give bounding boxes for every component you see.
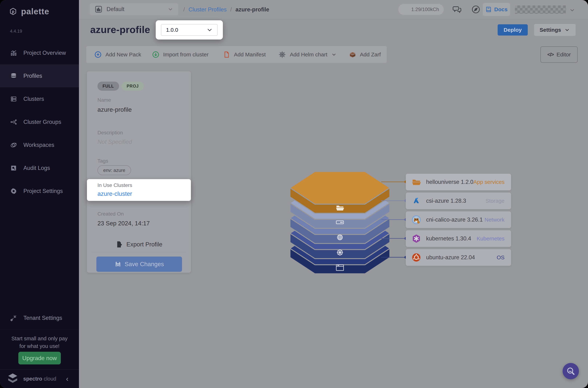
app-window: p palette 4.4.19 Project Overview Profil… [0, 0, 588, 388]
pack-category-badge: App services [473, 179, 505, 185]
upgrade-promo: Start small and only pay for what you us… [0, 329, 79, 350]
chevron-down-icon [167, 6, 173, 12]
export-file-icon [115, 241, 123, 248]
search-fab-button[interactable] [562, 363, 579, 379]
add-new-pack-label: Add New Pack [106, 51, 141, 58]
project-icon [95, 5, 103, 13]
profile-info-card: FULL PROJ Name azure-profile Description… [87, 71, 191, 273]
ubuntu-icon [411, 252, 421, 263]
breadcrumb-link-cluster-profiles[interactable]: Cluster Profiles [188, 6, 227, 13]
audit-log-icon [10, 165, 17, 172]
add-manifest-button[interactable]: Add Manifest [223, 46, 266, 63]
created-on-value: 23 Sep 2024, 14:17 [97, 220, 150, 227]
created-on-label: Created On [97, 211, 124, 217]
save-changes-label: Save Changes [125, 261, 164, 267]
sidebar-item-project-overview[interactable]: Project Overview [0, 41, 79, 64]
version-dropdown-spotlight: 1.0.0 [156, 20, 223, 40]
user-name-redacted [515, 5, 566, 14]
sidebar-item-cluster-groups[interactable]: Cluster Groups [0, 110, 79, 133]
palette-logo-icon: p [9, 8, 17, 15]
pack-name: hellouniverse 1.2.0 [426, 179, 473, 185]
in-use-clusters-label: In Use Clusters [97, 182, 132, 188]
settings-button[interactable]: Settings [534, 24, 576, 36]
top-bar: Default / Cluster Profiles / azure-profi… [79, 0, 588, 19]
sidebar: p palette 4.4.19 Project Overview Profil… [0, 0, 79, 388]
sidebar-item-profiles[interactable]: Profiles [0, 64, 79, 87]
spectro-text: spectro [23, 376, 42, 382]
settings-label: Settings [539, 27, 561, 33]
pack-row-ubuntu-azure[interactable]: ubuntu-azure 22.04 OS [406, 249, 511, 266]
compass-explore-icon[interactable] [471, 5, 481, 14]
add-new-pack-button[interactable]: Add New Pack [94, 46, 141, 63]
spectro-cloud-logo-icon [6, 372, 19, 385]
sidebar-item-tenant-settings[interactable]: Tenant Settings [0, 306, 79, 329]
chevron-down-icon [206, 26, 213, 34]
pack-category-badge: Kubernetes [477, 236, 505, 242]
project-selector-value: Default [107, 6, 124, 13]
pack-name: csi-azure 1.28.3 [426, 198, 466, 204]
project-selector-dropdown[interactable]: Default [90, 3, 178, 15]
user-menu-chevron-down-icon[interactable] [569, 7, 575, 13]
export-profile-label: Export Profile [126, 241, 162, 248]
pack-category-badge: OS [497, 254, 505, 261]
docs-label: Docs [494, 6, 508, 13]
app-version: 4.4.19 [10, 29, 22, 34]
sidebar-item-project-settings[interactable]: Project Settings [0, 179, 79, 202]
description-value: Not Specified [97, 139, 132, 145]
tags-label: Tags [97, 158, 108, 164]
promo-text-line1: Start small and only pay [0, 335, 79, 342]
sidebar-item-workspaces[interactable]: Workspaces [0, 133, 79, 156]
kubernetes-icon [411, 234, 421, 244]
sidebar-item-clusters[interactable]: Clusters [0, 87, 79, 110]
sidebar-item-label: Tenant Settings [24, 315, 62, 321]
pack-row-csi-azure[interactable]: csi-azure 1.28.3 Storage [406, 193, 511, 209]
in-use-cluster-link[interactable]: azure-cluster [97, 190, 132, 197]
add-zarf-label: Add Zarf [360, 51, 381, 58]
sidebar-collapse-chevron-icon[interactable]: ‹ [66, 375, 68, 382]
sidebar-footer: spectro cloud ‹ [0, 369, 79, 388]
bar-chart-icon [10, 49, 17, 57]
upgrade-now-button[interactable]: Upgrade now [18, 352, 61, 364]
pack-row-kubernetes[interactable]: kubernetes 1.30.4 Kubernetes [406, 230, 511, 247]
save-changes-button[interactable]: Save Changes [96, 257, 182, 272]
name-value: azure-profile [97, 106, 132, 113]
scope-badge-full: FULL [97, 82, 119, 91]
zarf-package-icon [349, 51, 356, 58]
helm-wheel-icon [337, 249, 343, 256]
add-zarf-button[interactable]: Add Zarf [349, 46, 381, 63]
profile-version-select[interactable]: 1.0.0 [161, 24, 218, 36]
layers-stack-icon [10, 72, 17, 80]
tools-icon [10, 315, 17, 322]
editor-label: Editor [557, 51, 571, 58]
scope-badge-proj: PROJ [122, 82, 144, 91]
breadcrumb-separator: / [230, 6, 232, 13]
spectro-cloud-wordmark: spectro cloud [23, 376, 56, 382]
chevron-down-icon [564, 27, 570, 33]
stack-layer-app-services [290, 171, 390, 213]
docs-button[interactable]: Docs [483, 3, 510, 16]
pack-name: ubuntu-azure 22.04 [426, 254, 475, 261]
add-manifest-label: Add Manifest [234, 51, 266, 58]
calico-cat-icon [411, 215, 421, 225]
profile-stack-visualization [290, 171, 390, 275]
deploy-button[interactable]: Deploy [498, 24, 528, 36]
editor-toggle-button[interactable]: </> Editor [540, 47, 578, 63]
folder-icon [411, 177, 421, 187]
pack-actions-toolbar: Add New Pack Import from cluster Add Man… [86, 46, 387, 63]
pack-row-hellouniverse[interactable]: hellouniverse 1.2.0 App services [406, 174, 511, 190]
add-helm-chart-button[interactable]: Add Helm chart [278, 46, 337, 63]
import-from-cluster-button[interactable]: Import from cluster [152, 46, 209, 63]
book-icon [485, 6, 492, 13]
helm-wheel-icon [278, 50, 286, 59]
sidebar-item-label: Clusters [24, 96, 44, 102]
pack-row-cni-calico-azure[interactable]: cni-calico-azure 3.26.1 Network [406, 211, 511, 228]
pack-category-badge: Network [484, 217, 505, 223]
pack-category-badge: Storage [485, 198, 505, 204]
breadcrumb-current: azure-profile [235, 6, 269, 13]
breadcrumb-separator: / [183, 6, 185, 13]
sidebar-item-audit-logs[interactable]: Audit Logs [0, 156, 79, 179]
stack-connector-lines [381, 170, 408, 276]
export-profile-button[interactable]: Export Profile [92, 237, 186, 252]
chat-feedback-icon[interactable] [452, 5, 462, 14]
brand-name: palette [21, 6, 49, 16]
